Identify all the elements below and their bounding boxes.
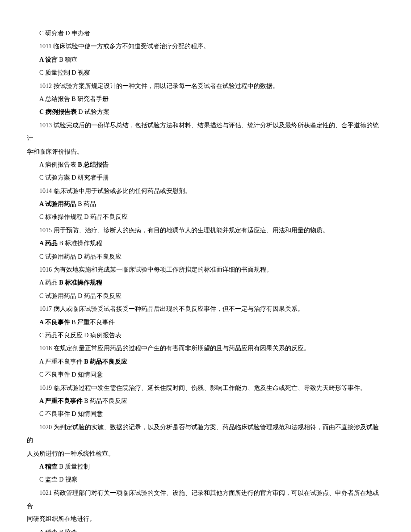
answer-option: A 不良事件 [39,319,70,326]
text-segment: 1011 临床试验中使一方或多方不知道受试者治疗分配的程序。 [39,43,210,50]
text-segment: 学和临床评价报告。 [27,148,83,155]
text-segment: C 药品不良反应 D 病例报告表 [39,332,122,339]
text-line: C 监查 D 视察 [27,473,384,486]
answer-option: A 稽查 [39,463,58,470]
text-segment: C 研究者 D 申办者 [39,30,90,37]
text-segment: D 试验方案 [77,109,109,115]
text-line: A 严重不良事件 B 药品不良反应 [27,355,384,368]
text-segment: A 药品 [39,279,59,286]
answer-option: B 标准操作规程 [59,279,102,286]
text-line: C 试验方案 D 研究者手册 [27,171,384,184]
text-segment: 人员所进行的一种系统性检查。 [27,450,114,457]
text-line: 人员所进行的一种系统性检查。 [27,447,384,460]
text-line: 1011 临床试验中使一方或多方不知道受试者治疗分配的程序。 [27,40,384,53]
text-line: 1021 药政管理部门对有关一项临床试验的文件、设施、记录和其他方面所进行的官方… [27,486,384,513]
text-segment: C 不良事件 D 知情同意 [39,371,103,378]
text-segment: C 试验用药品 D 药品不良反应 [39,253,122,260]
text-line: C 标准操作规程 D 药品不良反应 [27,210,384,223]
text-segment: B 严重不良事件 [70,319,115,326]
text-segment: C 试验用药品 D 药品不良反应 [39,293,122,299]
text-line: C 试验用药品 D 药品不良反应 [27,289,384,302]
text-line: 1017 病人或临床试验受试者接受一种药品后出现的不良反应事件，但不一定与治疗有… [27,302,384,315]
text-line: C 研究者 D 申办者 [27,27,384,40]
text-line: C 药品不良反应 D 病例报告表 [27,329,384,342]
text-segment: B 标准操作规程 [58,240,102,247]
text-segment: C 不良事件 D 知情同意 [39,411,103,417]
text-segment: B 药品 [76,201,96,207]
text-segment: 1012 按试验方案所规定设计的一种文件，用以记录每一名受试者在试验过程中的数据… [39,83,279,89]
text-line: 1018 在规定剂量正常应用药品的过程中产生的有害而非所期望的且与药品应用有因果… [27,342,384,355]
text-segment: A 严重不良事件 [39,358,84,365]
answer-option: B 药品不良反应 [84,358,127,365]
text-segment: A 病例报告表 [39,161,78,168]
text-line: A 药品 B 标准操作规程 [27,237,384,250]
text-line: C 不良事件 D 知情同意 [27,368,384,381]
text-line: A 设盲 B 稽查 [27,53,384,66]
answer-option: C 病例报告表 [39,109,77,115]
text-segment: 同研究组织所在地进行。 [27,515,96,522]
text-segment: B 药品不良反应 [83,398,127,404]
text-segment: 1019 临床试验过程中发生需住院治疗、延长住院时间、伤残、影响工作能力、危及生… [39,385,366,391]
text-line: A 稽查 B 监查 [27,526,384,532]
text-line: A 严重不良事件 B 药品不良反应 [27,394,384,407]
text-line: 同研究组织所在地进行。 [27,512,384,525]
answer-option: B 总结报告 [78,161,109,168]
text-segment: A 稽查 B 监查 [39,529,77,532]
text-line: 1015 用于预防、治疗、诊断人的疾病，有目的地调节人的生理机能并规定有适应症、… [27,224,384,237]
text-line: A 总结报告 B 研究者手册 [27,92,384,105]
answer-option: A 试验用药品 [39,201,76,207]
text-line: 1020 为判定试验的实施、数据的记录，以及分析是否与试验方案、药品临床试验管理… [27,421,384,447]
text-line: A 试验用药品 B 药品 [27,197,384,210]
text-segment: B 稽查 [58,56,77,63]
text-line: 1013 试验完成后的一份详尽总结，包括试验方法和材料、结果描述与评估、统计分析… [27,119,384,145]
text-segment: C 监查 D 视察 [39,476,78,483]
text-segment: A 总结报告 B 研究者手册 [39,96,109,102]
text-segment: C 试验方案 D 研究者手册 [39,174,109,181]
text-line: 1016 为有效地实施和完成某一临床试验中每项工作所拟定的标准而详细的书面规程。 [27,263,384,276]
text-line: A 药品 B 标准操作规程 [27,276,384,289]
text-line: A 稽查 B 质量控制 [27,460,384,473]
answer-option: A 药品 [39,240,58,247]
text-line: 学和临床评价报告。 [27,145,384,158]
text-segment: 1013 试验完成后的一份详尽总结，包括试验方法和材料、结果描述与评估、统计分析… [27,122,379,142]
text-line: C 不良事件 D 知情同意 [27,407,384,420]
text-segment: 1018 在规定剂量正常应用药品的过程中产生的有害而非所期望的且与药品应用有因果… [39,345,310,352]
text-segment: 1021 药政管理部门对有关一项临床试验的文件、设施、记录和其他方面所进行的官方… [27,490,379,509]
text-segment: C 标准操作规程 D 药品不良反应 [39,214,128,220]
text-line: C 质量控制 D 视察 [27,66,384,79]
text-line: A 病例报告表 B 总结报告 [27,158,384,171]
text-segment: 1014 临床试验中用于试验或参比的任何药品或安慰剂。 [39,188,191,194]
text-line: A 不良事件 B 严重不良事件 [27,316,384,329]
text-line: C 试验用药品 D 药品不良反应 [27,250,384,263]
text-line: 1014 临床试验中用于试验或参比的任何药品或安慰剂。 [27,184,384,197]
answer-option: A 严重不良事件 [39,398,83,404]
text-segment: 1020 为判定试验的实施、数据的记录，以及分析是否与试验方案、药品临床试验管理… [27,424,379,444]
text-segment: 1015 用于预防、治疗、诊断人的疾病，有目的地调节人的生理机能并规定有适应症、… [39,227,329,234]
text-line: C 病例报告表 D 试验方案 [27,105,384,118]
text-segment: C 质量控制 D 视察 [39,69,90,76]
text-segment: 1017 病人或临床试验受试者接受一种药品后出现的不良反应事件，但不一定与治疗有… [39,306,304,312]
answer-option: A 设盲 [39,56,58,63]
document-content: C 研究者 D 申办者1011 临床试验中使一方或多方不知道受试者治疗分配的程序… [27,27,384,532]
text-segment: 1016 为有效地实施和完成某一临床试验中每项工作所拟定的标准而详细的书面规程。 [39,266,273,273]
text-line: 1019 临床试验过程中发生需住院治疗、延长住院时间、伤残、影响工作能力、危及生… [27,381,384,394]
text-line: 1012 按试验方案所规定设计的一种文件，用以记录每一名受试者在试验过程中的数据… [27,80,384,92]
text-segment: B 质量控制 [58,463,90,470]
